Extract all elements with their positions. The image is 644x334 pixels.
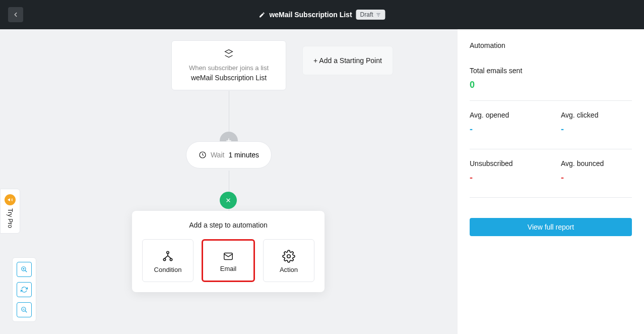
arrow-left-icon [12, 11, 19, 18]
search-minus-icon [21, 306, 28, 313]
zoom-out-button[interactable] [17, 302, 32, 317]
zoom-controls [12, 257, 36, 322]
avg-bounced-value: - [561, 173, 632, 183]
status-badge[interactable]: Draft [356, 10, 385, 20]
add-step-panel: Add a step to automation Condition Email [132, 211, 325, 292]
avg-clicked-value: - [561, 124, 632, 135]
mail-icon [222, 251, 235, 262]
total-emails-label: Total emails sent [470, 67, 632, 75]
svg-line-15 [25, 270, 27, 272]
unsubscribed-label: Unsubscribed [470, 159, 541, 168]
wait-duration: 1 minutes [228, 151, 259, 159]
page-title: weMail Subscription List [269, 11, 352, 19]
unsubscribed-value: - [470, 173, 541, 183]
automation-sidebar: Automation Total emails sent 0 Avg. open… [458, 29, 644, 334]
avg-bounced-label: Avg. bounced [561, 159, 632, 168]
close-step-panel-button[interactable] [220, 192, 237, 209]
step-option-action[interactable]: Action [263, 239, 314, 282]
view-full-report-button[interactable]: View full report [470, 218, 632, 236]
trigger-node[interactable]: When subscriber joins a list weMail Subs… [171, 40, 286, 90]
add-starting-point-button[interactable]: + Add a Starting Point [302, 46, 393, 75]
zoom-in-button[interactable] [17, 262, 32, 277]
svg-line-19 [25, 311, 27, 313]
total-emails-value: 0 [470, 80, 632, 90]
gear-icon [282, 250, 295, 263]
layers-icon [224, 49, 233, 58]
wait-label: Wait [211, 151, 224, 159]
svg-point-10 [170, 258, 172, 260]
trigger-list-name: weMail Subscription List [178, 74, 280, 82]
wait-node[interactable]: Wait 1 minutes [186, 141, 272, 169]
step-panel-title: Add a step to automation [142, 221, 314, 229]
avg-clicked-label: Avg. clicked [561, 111, 632, 119]
svg-rect-12 [224, 253, 233, 260]
automation-canvas: When subscriber joins a list weMail Subs… [0, 29, 458, 334]
header-title-group: weMail Subscription List Draft [259, 10, 385, 20]
search-plus-icon [21, 266, 28, 273]
step-option-email[interactable]: Email [202, 239, 255, 282]
reset-zoom-button[interactable] [17, 282, 32, 297]
svg-point-13 [287, 255, 291, 258]
filter-icon [376, 12, 381, 18]
close-icon [225, 197, 231, 203]
try-pro-tab[interactable]: Try Pro [0, 189, 20, 234]
refresh-icon [21, 286, 28, 293]
sidebar-title: Automation [470, 41, 632, 49]
step-option-condition[interactable]: Condition [142, 239, 194, 282]
svg-point-11 [167, 251, 169, 253]
svg-marker-3 [225, 50, 233, 54]
avg-opened-value: - [470, 124, 541, 135]
pencil-icon[interactable] [259, 12, 265, 18]
svg-point-9 [163, 258, 165, 260]
fork-icon [161, 250, 174, 263]
clock-icon [199, 151, 207, 159]
avg-opened-label: Avg. opened [470, 111, 541, 119]
megaphone-icon [7, 197, 13, 203]
trigger-description: When subscriber joins a list [178, 64, 280, 72]
back-button[interactable] [8, 7, 23, 22]
